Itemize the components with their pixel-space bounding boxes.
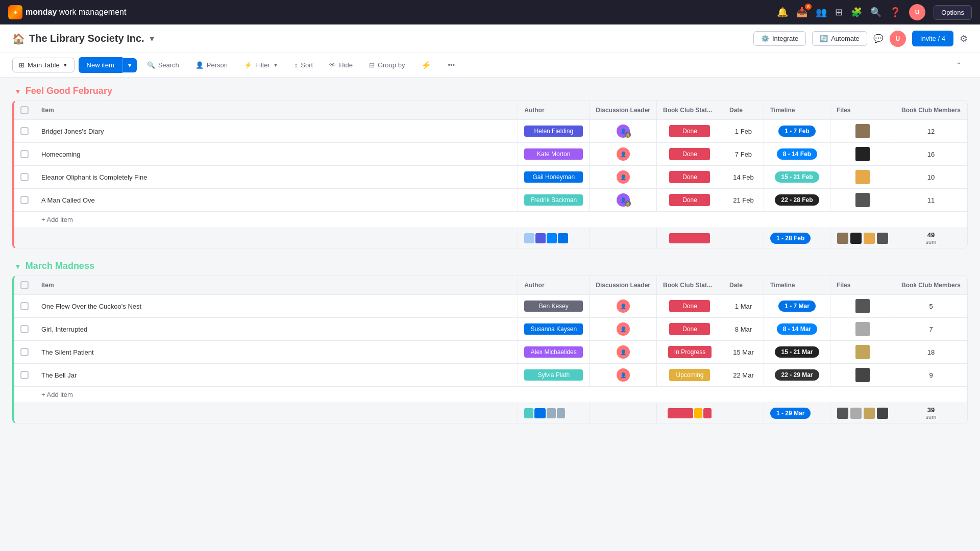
row-status[interactable]: Done: [656, 120, 723, 143]
status-pill[interactable]: Done: [669, 300, 710, 312]
row-author[interactable]: Helen Fielding: [518, 120, 590, 143]
leader-avatar[interactable]: 👤: [617, 299, 630, 313]
row-status[interactable]: In Progress: [656, 341, 723, 364]
row-item[interactable]: The Silent Patient ⊕: [35, 341, 518, 364]
people-icon[interactable]: 👥: [816, 7, 827, 18]
row-author[interactable]: Gail Honeyman: [518, 166, 590, 189]
timeline-pill[interactable]: 1 - 7 Mar: [778, 300, 816, 312]
row-item[interactable]: Homecoming ⊕: [35, 143, 518, 166]
leader-avatar[interactable]: 👤: [617, 368, 630, 382]
monday-logo[interactable]: ✦ monday work management: [8, 5, 126, 19]
group-march-title[interactable]: March Madness: [26, 261, 94, 271]
row-item[interactable]: Bridget Jones's Diary ⊕: [35, 120, 518, 143]
row-author[interactable]: Kate Morton: [518, 143, 590, 166]
puzzle-icon[interactable]: 🧩: [851, 7, 862, 18]
col-files-header[interactable]: Files: [830, 101, 895, 120]
workspace-user-avatar[interactable]: U: [890, 31, 906, 47]
row-timeline[interactable]: 22 - 29 Mar: [764, 364, 830, 387]
person-button[interactable]: 👤 Person: [189, 58, 234, 72]
status-pill[interactable]: In Progress: [668, 346, 712, 358]
row-status[interactable]: Done: [656, 318, 723, 341]
row-author[interactable]: Sylvia Plath: [518, 364, 590, 387]
col-date-header-mar[interactable]: Date: [723, 276, 764, 295]
invite-button[interactable]: Invite / 4: [912, 31, 953, 46]
options-button[interactable]: Options: [934, 5, 972, 20]
timeline-pill[interactable]: 22 - 28 Feb: [775, 194, 819, 206]
comment-icon[interactable]: 💬: [873, 34, 884, 43]
timeline-pill[interactable]: 15 - 21 Feb: [775, 171, 819, 183]
row-author[interactable]: Alex Michaelides: [518, 341, 590, 364]
new-item-dropdown-button[interactable]: ▼: [122, 58, 137, 72]
group-february-title[interactable]: Feel Good February: [26, 86, 112, 96]
row-item[interactable]: A Man Called Ove ⊕: [35, 189, 518, 212]
new-item-button[interactable]: New item: [79, 57, 122, 73]
add-item-row-mar[interactable]: + Add item: [14, 387, 967, 403]
author-pill[interactable]: Susanna Kaysen: [524, 323, 583, 335]
file-thumbnail[interactable]: [855, 368, 870, 382]
col-item-header[interactable]: Item: [35, 101, 518, 120]
author-pill[interactable]: Kate Morton: [524, 148, 583, 160]
row-check[interactable]: [14, 143, 35, 166]
automate-button[interactable]: 🔄 Automate: [812, 31, 867, 46]
row-check[interactable]: [14, 364, 35, 387]
row-timeline[interactable]: 8 - 14 Feb: [764, 143, 830, 166]
row-author[interactable]: Fredrik Backman: [518, 189, 590, 212]
add-item-label[interactable]: + Add item: [35, 212, 967, 228]
row-check[interactable]: [14, 166, 35, 189]
integrate-button[interactable]: ⚙️ Integrate: [753, 31, 806, 46]
row-item[interactable]: Eleanor Oliphant is Completely Fine ⊕: [35, 166, 518, 189]
grid-icon[interactable]: ⊞: [835, 7, 843, 18]
row-status[interactable]: Done: [656, 189, 723, 212]
row-item[interactable]: One Flew Over the Cuckoo's Nest ⊕: [35, 295, 518, 318]
search-icon[interactable]: 🔍: [870, 7, 881, 18]
row-timeline[interactable]: 8 - 14 Mar: [764, 318, 830, 341]
file-thumbnail[interactable]: [855, 147, 870, 161]
file-thumbnail[interactable]: [855, 124, 870, 138]
timeline-pill[interactable]: 15 - 21 Mar: [775, 346, 819, 358]
row-item[interactable]: The Bell Jar ⊕: [35, 364, 518, 387]
row-timeline[interactable]: 1 - 7 Feb: [764, 120, 830, 143]
file-thumbnail[interactable]: [855, 193, 870, 207]
automate-toolbar-button[interactable]: ⚡: [415, 57, 437, 73]
author-pill[interactable]: Sylvia Plath: [524, 369, 583, 381]
row-author[interactable]: Susanna Kaysen: [518, 318, 590, 341]
file-thumbnail[interactable]: [855, 299, 870, 313]
row-status[interactable]: Done: [656, 166, 723, 189]
author-pill[interactable]: Ben Kesey: [524, 300, 583, 312]
file-thumbnail[interactable]: [855, 345, 870, 359]
settings-icon[interactable]: ⚙: [960, 33, 968, 44]
select-all-feb[interactable]: [20, 106, 29, 114]
row-check[interactable]: [14, 318, 35, 341]
leader-avatar[interactable]: 👤: [617, 322, 630, 336]
group-february-collapse-icon[interactable]: ▼: [14, 87, 21, 95]
user-avatar[interactable]: U: [909, 4, 925, 20]
col-timeline-header-mar[interactable]: Timeline: [764, 276, 830, 295]
timeline-summary-pill[interactable]: 1 - 28 Feb: [770, 233, 811, 244]
search-button[interactable]: 🔍 Search: [141, 58, 185, 72]
col-item-header-mar[interactable]: Item: [35, 276, 518, 295]
col-members-header[interactable]: Book Club Members: [895, 101, 967, 120]
col-date-header[interactable]: Date: [723, 101, 764, 120]
main-table-button[interactable]: ⊞ Main Table ▼: [12, 58, 75, 72]
help-icon[interactable]: ❓: [890, 7, 901, 18]
add-item-label-mar[interactable]: + Add item: [35, 387, 967, 403]
status-pill[interactable]: Done: [669, 323, 710, 335]
timeline-pill[interactable]: 1 - 7 Feb: [778, 126, 816, 137]
row-check[interactable]: [14, 341, 35, 364]
col-members-header-mar[interactable]: Book Club Members: [895, 276, 967, 295]
workspace-title[interactable]: 🏠 The Library Society Inc. ▼: [12, 33, 155, 45]
row-timeline[interactable]: 15 - 21 Mar: [764, 341, 830, 364]
group-march-collapse-icon[interactable]: ▼: [14, 262, 21, 270]
notification-icon[interactable]: 🔔: [777, 7, 788, 18]
hide-button[interactable]: 👁 Hide: [323, 58, 359, 72]
filter-button[interactable]: ⚡ Filter ▼: [238, 58, 284, 72]
more-options-button[interactable]: •••: [442, 58, 461, 72]
timeline-summary-pill-mar[interactable]: 1 - 29 Mar: [770, 408, 811, 419]
leader-avatar[interactable]: 👤: [617, 345, 630, 359]
row-timeline[interactable]: 15 - 21 Feb: [764, 166, 830, 189]
add-item-row-feb[interactable]: + Add item: [14, 212, 967, 228]
col-author-header[interactable]: Author: [518, 101, 590, 120]
row-item[interactable]: Girl, Interrupted ⊕: [35, 318, 518, 341]
author-pill[interactable]: Alex Michaelides: [524, 346, 583, 358]
status-pill[interactable]: Upcoming: [669, 369, 710, 381]
